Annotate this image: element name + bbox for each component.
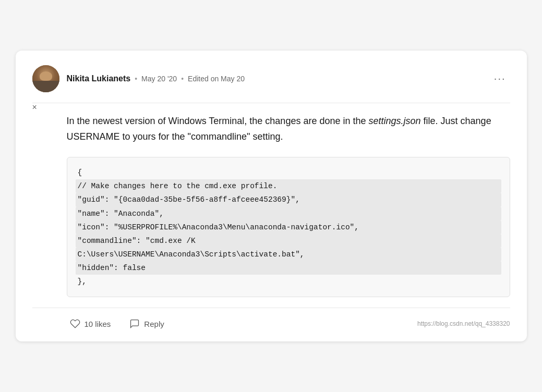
- avatar: [32, 65, 59, 92]
- comment-content: In the newest version of Windows Termina…: [32, 114, 510, 297]
- more-options-button[interactable]: ···: [490, 70, 510, 87]
- footer-actions: 10 likes Reply: [67, 316, 167, 331]
- author-name: Nikita Lukianets: [67, 74, 131, 83]
- heart-icon: [70, 318, 80, 329]
- code-block: { // Make changes here to the cmd.exe pr…: [67, 157, 510, 297]
- reply-icon: [129, 318, 140, 329]
- comment-card: Nikita Lukianets • May 20 '20 • Edited o…: [16, 51, 527, 341]
- prose-italic: settings.json: [369, 116, 421, 126]
- post-date: May 20 '20: [141, 75, 177, 83]
- comment-header: Nikita Lukianets • May 20 '20 • Edited o…: [32, 65, 510, 92]
- code-line: // Make changes here to the cmd.exe prof…: [76, 179, 501, 193]
- edited-label: Edited on May 20: [188, 75, 245, 83]
- author-section: Nikita Lukianets • May 20 '20 • Edited o…: [32, 65, 245, 92]
- code-line: "icon": "%USERPROFILE%\Anaconda3\Menu\an…: [76, 220, 501, 234]
- code-line: },: [78, 277, 87, 286]
- comment-footer: 10 likes Reply https://blog.csdn.net/qq_…: [32, 316, 510, 331]
- code-line: "commandline": "cmd.exe /K: [76, 234, 501, 248]
- reply-button[interactable]: Reply: [126, 316, 167, 331]
- code-line: "name": "Anaconda",: [76, 207, 501, 220]
- collapse-icon[interactable]: ×: [32, 103, 37, 112]
- code-line: "hidden": false: [76, 261, 501, 275]
- avatar-image: [32, 65, 59, 92]
- prose-part1: In the newest version of Windows Termina…: [67, 116, 369, 126]
- header-divider: [32, 103, 510, 103]
- reply-label: Reply: [144, 320, 164, 328]
- code-line: C:\Users\USERNAME\Anaconda3\Scripts\acti…: [76, 248, 501, 261]
- comment-prose: In the newest version of Windows Termina…: [67, 114, 510, 144]
- likes-count: 10 likes: [85, 320, 111, 328]
- code-line: {: [78, 168, 82, 177]
- meta-dot-1: •: [135, 75, 137, 83]
- code-line: "guid": "{0caa0dad-35be-5f56-a8ff-afceee…: [76, 193, 501, 206]
- meta-dot-2: •: [181, 75, 184, 83]
- footer-divider: [32, 308, 510, 308]
- author-info: Nikita Lukianets • May 20 '20 • Edited o…: [67, 74, 245, 83]
- likes-button[interactable]: 10 likes: [67, 316, 114, 331]
- source-link[interactable]: https://blog.csdn.net/qq_4338320: [417, 320, 510, 327]
